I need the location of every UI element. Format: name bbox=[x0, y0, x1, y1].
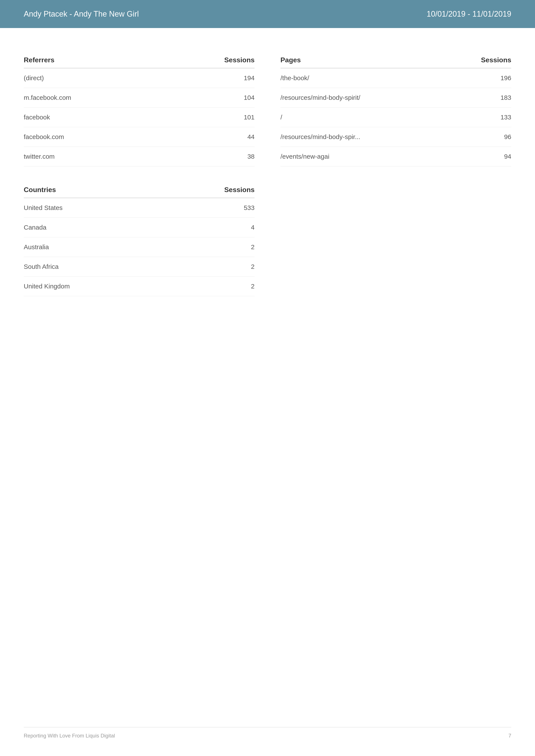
row-value: 96 bbox=[504, 133, 511, 141]
row-name: facebook bbox=[24, 114, 50, 121]
row-name: United Kingdom bbox=[24, 283, 70, 290]
table-row: /resources/mind-body-spir... 96 bbox=[280, 127, 511, 147]
table-row: /the-book/ 196 bbox=[280, 68, 511, 88]
row-value: 44 bbox=[247, 133, 255, 141]
row-value: 133 bbox=[500, 114, 511, 121]
row-name: m.facebook.com bbox=[24, 94, 71, 101]
row-name: South Africa bbox=[24, 263, 59, 270]
table-row: (direct) 194 bbox=[24, 68, 255, 88]
footer-left-text: Reporting With Love From Liquis Digital bbox=[24, 733, 115, 739]
pages-section: Pages Sessions /the-book/ 196 /resources… bbox=[280, 56, 511, 166]
table-row: Australia 2 bbox=[24, 237, 255, 257]
row-name: Canada bbox=[24, 224, 46, 231]
row-value: 194 bbox=[244, 74, 255, 82]
table-row: Canada 4 bbox=[24, 218, 255, 237]
header: Andy Ptacek - Andy The New Girl 10/01/20… bbox=[0, 0, 535, 28]
table-row: m.facebook.com 104 bbox=[24, 88, 255, 108]
row-name: (direct) bbox=[24, 74, 44, 82]
row-value: 2 bbox=[251, 243, 255, 251]
row-value: 38 bbox=[247, 153, 255, 160]
header-date-range: 10/01/2019 - 11/01/2019 bbox=[427, 10, 511, 18]
row-name: / bbox=[280, 114, 282, 121]
row-name: /resources/mind-body-spir... bbox=[280, 133, 360, 141]
table-row: /resources/mind-body-spirit/ 183 bbox=[280, 88, 511, 108]
table-row: United Kingdom 2 bbox=[24, 277, 255, 296]
table-row: South Africa 2 bbox=[24, 257, 255, 277]
row-value: 196 bbox=[500, 74, 511, 82]
footer-page-number: 7 bbox=[508, 733, 511, 739]
referrers-rows: (direct) 194 m.facebook.com 104 facebook… bbox=[24, 68, 255, 166]
row-name: /resources/mind-body-spirit/ bbox=[280, 94, 360, 101]
countries-col2-label: Sessions bbox=[224, 186, 255, 194]
table-row: /events/new-agai 94 bbox=[280, 147, 511, 166]
row-name: facebook.com bbox=[24, 133, 64, 141]
table-row: United States 533 bbox=[24, 198, 255, 218]
table-row: twitter.com 38 bbox=[24, 147, 255, 166]
countries-col1-label: Countries bbox=[24, 186, 56, 194]
referrers-col1-label: Referrers bbox=[24, 56, 54, 64]
row-value: 533 bbox=[244, 204, 255, 211]
pages-rows: /the-book/ 196 /resources/mind-body-spir… bbox=[280, 68, 511, 166]
row-name: Australia bbox=[24, 243, 49, 251]
referrers-section: Referrers Sessions (direct) 194 m.facebo… bbox=[24, 56, 255, 166]
pages-header-row: Pages Sessions bbox=[280, 56, 511, 68]
table-row: facebook 101 bbox=[24, 108, 255, 127]
row-name: United States bbox=[24, 204, 63, 211]
countries-rows: United States 533 Canada 4 Australia 2 S… bbox=[24, 198, 255, 296]
header-title: Andy Ptacek - Andy The New Girl bbox=[24, 10, 139, 18]
row-value: 183 bbox=[500, 94, 511, 101]
right-column: Pages Sessions /the-book/ 196 /resources… bbox=[280, 56, 511, 315]
table-row: / 133 bbox=[280, 108, 511, 127]
referrers-header-row: Referrers Sessions bbox=[24, 56, 255, 68]
pages-col1-label: Pages bbox=[280, 56, 301, 64]
row-value: 104 bbox=[244, 94, 255, 101]
footer: Reporting With Love From Liquis Digital … bbox=[24, 727, 511, 739]
row-value: 94 bbox=[504, 153, 511, 160]
two-column-layout: Referrers Sessions (direct) 194 m.facebo… bbox=[24, 56, 511, 315]
row-value: 4 bbox=[251, 224, 255, 231]
referrers-col2-label: Sessions bbox=[224, 56, 255, 64]
row-name: twitter.com bbox=[24, 153, 55, 160]
table-row: facebook.com 44 bbox=[24, 127, 255, 147]
main-content: Referrers Sessions (direct) 194 m.facebo… bbox=[0, 28, 535, 315]
countries-section: Countries Sessions United States 533 Can… bbox=[24, 186, 255, 296]
row-value: 2 bbox=[251, 263, 255, 270]
left-column: Referrers Sessions (direct) 194 m.facebo… bbox=[24, 56, 255, 315]
row-value: 2 bbox=[251, 283, 255, 290]
pages-col2-label: Sessions bbox=[481, 56, 511, 64]
countries-header-row: Countries Sessions bbox=[24, 186, 255, 198]
row-name: /the-book/ bbox=[280, 74, 309, 82]
row-value: 101 bbox=[244, 114, 255, 121]
row-name: /events/new-agai bbox=[280, 153, 329, 160]
